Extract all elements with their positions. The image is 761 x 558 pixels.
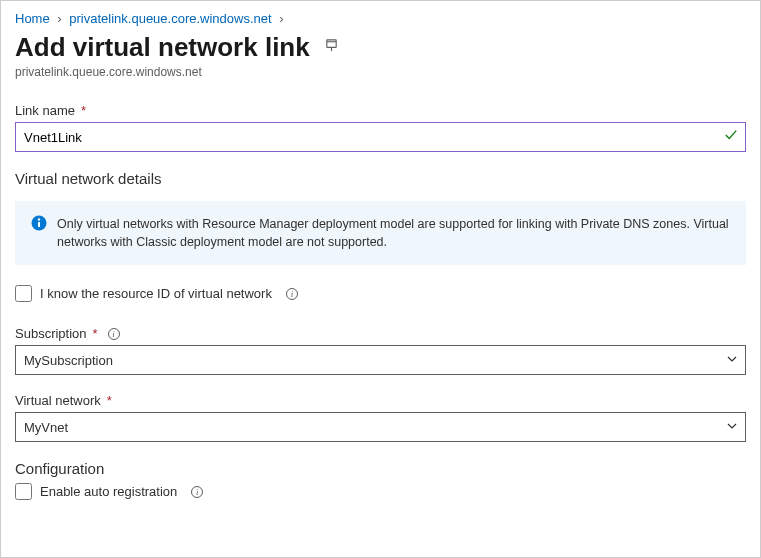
link-name-input[interactable] [15,122,746,152]
breadcrumb-parent-link[interactable]: privatelink.queue.core.windows.net [69,11,271,26]
virtual-network-select[interactable]: MyVnet [15,412,746,442]
know-resource-id-label: I know the resource ID of virtual networ… [40,286,272,301]
vnet-details-heading: Virtual network details [15,170,746,187]
chevron-right-icon: › [279,11,283,26]
subscription-select[interactable]: MySubscription [15,345,746,375]
required-indicator: * [93,326,98,341]
virtual-network-label: Virtual network* [15,393,746,408]
info-text: Only virtual networks with Resource Mana… [57,215,730,251]
link-name-label: Link name* [15,103,746,118]
info-icon [31,215,47,251]
breadcrumb-home-link[interactable]: Home [15,11,50,26]
subscription-label: Subscription* i [15,326,746,341]
subscription-value: MySubscription [24,353,113,368]
required-indicator: * [81,103,86,118]
breadcrumb: Home › privatelink.queue.core.windows.ne… [15,11,746,26]
info-banner: Only virtual networks with Resource Mana… [15,201,746,265]
svg-point-4 [38,218,40,220]
pin-icon[interactable] [324,38,339,57]
auto-registration-checkbox[interactable] [15,483,32,500]
virtual-network-value: MyVnet [24,420,68,435]
required-indicator: * [107,393,112,408]
configuration-heading: Configuration [15,460,746,477]
know-resource-id-checkbox[interactable] [15,285,32,302]
svg-rect-0 [327,40,336,48]
info-tooltip-icon[interactable]: i [191,486,203,498]
auto-registration-label: Enable auto registration [40,484,177,499]
svg-rect-5 [38,222,40,228]
page-title: Add virtual network link [15,32,310,63]
info-tooltip-icon[interactable]: i [286,288,298,300]
page-subtitle: privatelink.queue.core.windows.net [15,65,746,79]
info-tooltip-icon[interactable]: i [108,328,120,340]
chevron-right-icon: › [57,11,61,26]
